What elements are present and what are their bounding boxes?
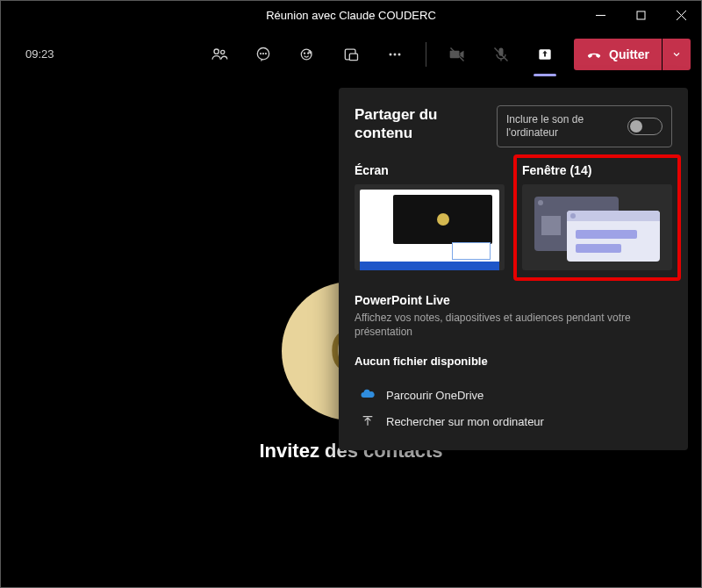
share-screen-card[interactable]: Écran xyxy=(355,163,505,274)
leave-meeting-group: Quitter xyxy=(574,39,691,70)
include-sound-label: Inclure le son de l'ordinateur xyxy=(506,113,617,140)
browse-computer-button[interactable]: Rechercher sur mon ordinateur xyxy=(355,408,672,434)
svg-point-2 xyxy=(221,50,225,54)
no-file-label: Aucun fichier disponible xyxy=(355,355,672,368)
include-sound-toggle-group: Inclure le son de l'ordinateur xyxy=(497,105,672,147)
mic-button[interactable] xyxy=(481,34,521,75)
svg-rect-0 xyxy=(637,11,645,19)
leave-dropdown-button[interactable] xyxy=(663,39,691,70)
phone-hangup-icon xyxy=(586,45,602,63)
svg-point-12 xyxy=(390,53,392,55)
window-controls xyxy=(580,1,701,29)
svg-point-4 xyxy=(261,53,261,54)
chat-button[interactable] xyxy=(243,34,283,75)
svg-rect-11 xyxy=(349,54,357,60)
share-content-panel: Partager du contenu Inclure le son de l'… xyxy=(339,88,688,450)
onedrive-icon xyxy=(360,387,376,403)
minimize-button[interactable] xyxy=(580,1,620,29)
maximize-button[interactable] xyxy=(620,1,661,29)
titlebar: Réunion avec Claude COUDERC xyxy=(1,1,701,29)
rooms-button[interactable] xyxy=(331,34,371,75)
toolbar-group xyxy=(199,34,565,75)
close-button[interactable] xyxy=(661,1,701,29)
svg-point-9 xyxy=(308,53,309,54)
share-window-card[interactable]: Fenêtre (14) xyxy=(513,154,681,281)
svg-point-13 xyxy=(394,53,397,55)
participants-button[interactable] xyxy=(199,34,240,75)
meeting-timer: 09:23 xyxy=(25,47,54,61)
browse-onedrive-label: Parcourir OneDrive xyxy=(386,389,484,402)
svg-point-8 xyxy=(304,53,305,54)
powerpoint-live-title: PowerPoint Live xyxy=(355,293,672,307)
powerpoint-live-desc: Affichez vos notes, diapositives et audi… xyxy=(355,311,672,339)
leave-label: Quitter xyxy=(609,47,649,61)
camera-button[interactable] xyxy=(437,34,477,75)
screen-thumbnail xyxy=(355,184,505,270)
leave-button[interactable]: Quitter xyxy=(574,39,662,70)
upload-icon xyxy=(360,413,376,429)
meeting-toolbar: 09:23 Quitter xyxy=(1,29,701,80)
share-panel-title: Partager du contenu xyxy=(355,105,469,143)
svg-point-14 xyxy=(398,53,401,55)
share-screen-label: Écran xyxy=(355,163,505,177)
svg-point-5 xyxy=(263,53,264,54)
reactions-button[interactable] xyxy=(287,34,327,75)
browse-onedrive-button[interactable]: Parcourir OneDrive xyxy=(355,382,672,408)
share-window-label: Fenêtre (14) xyxy=(522,163,672,177)
share-button[interactable] xyxy=(525,34,565,75)
window-title: Réunion avec Claude COUDERC xyxy=(266,9,436,22)
svg-point-1 xyxy=(214,49,218,54)
more-button[interactable] xyxy=(375,34,415,75)
toolbar-divider xyxy=(426,42,426,67)
window-thumbnail xyxy=(522,184,672,270)
include-sound-toggle[interactable] xyxy=(627,118,663,135)
browse-computer-label: Rechercher sur mon ordinateur xyxy=(386,415,544,428)
svg-point-6 xyxy=(266,53,267,54)
